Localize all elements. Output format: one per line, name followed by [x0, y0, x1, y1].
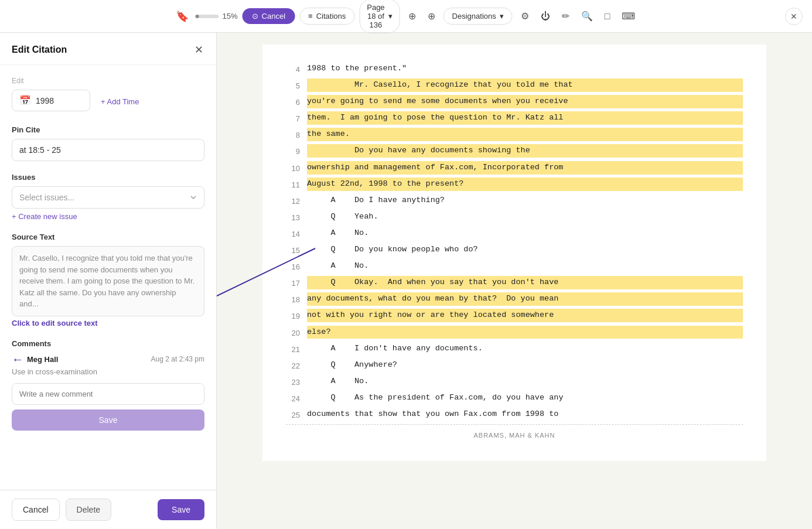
toolbar-center: 🔖 15% ⊙ Cancel ≡ Citations Page 18 of 13…	[173, 0, 639, 33]
line-content: August 22nd, 1998 to the present?	[307, 178, 743, 191]
doc-line: 5 Mr. Casello, I recognize that you told…	[286, 79, 743, 93]
citations-button[interactable]: ≡ Citations	[299, 8, 354, 25]
doc-line: 12 A Do I have anything?	[286, 194, 743, 208]
nav-right-button[interactable]: ⊕	[424, 8, 439, 24]
doc-line: 10ownership and management of Fax.com, I…	[286, 161, 743, 175]
pencil-button[interactable]: ✏	[558, 8, 573, 24]
comment-arrow-icon: ←	[12, 353, 23, 366]
line-content: 1988 to the present."	[307, 62, 743, 76]
add-time-button[interactable]: + Add Time	[101, 97, 139, 106]
line-number: 14	[286, 227, 307, 241]
panel-title: Edit Citation	[12, 45, 67, 55]
page-label: Page 18 of 136	[367, 3, 384, 29]
doc-line: 41988 to the present."	[286, 62, 743, 76]
line-number: 10	[286, 161, 307, 175]
comments-label: Comments	[12, 339, 204, 348]
search-button[interactable]: 🔍	[578, 8, 596, 24]
progress-fill	[196, 15, 199, 18]
line-content: A No.	[307, 227, 743, 240]
main-layout: Edit Citation ✕ Edit 📅 + Add Time	[0, 33, 812, 529]
line-content: Q As the president of Fax.com, do you ha…	[307, 391, 743, 405]
line-number: 7	[286, 111, 307, 125]
comment-input[interactable]	[12, 383, 204, 405]
footer-credit: ABRAMS, MAH & KAHN	[286, 427, 743, 443]
save-comment-button[interactable]: Save	[12, 409, 204, 431]
line-number: 18	[286, 292, 307, 306]
citations-icon: ≡	[308, 12, 313, 21]
close-button[interactable]: ✕	[785, 8, 803, 25]
doc-line: 19not with you right now or are they loc…	[286, 309, 743, 323]
edit-source-button[interactable]: Click to edit source text	[12, 319, 98, 327]
date-field: 📅	[12, 90, 90, 111]
line-number: 16	[286, 260, 307, 274]
date-input[interactable]	[36, 96, 83, 105]
issues-select[interactable]: Select issues...	[12, 186, 204, 209]
designations-button[interactable]: Designations ▾	[443, 8, 513, 25]
cancel-button[interactable]: ⊙ Cancel	[243, 8, 295, 24]
cancel-label: Cancel	[262, 12, 285, 21]
doc-line: 7them. I am going to pose the question t…	[286, 111, 743, 125]
line-content: A No.	[307, 375, 743, 388]
comment-user: ← Meg Hall	[12, 353, 58, 366]
bookmark-button[interactable]: 🔖	[173, 8, 191, 25]
panel-body: Edit 📅 + Add Time Pin Cite Issues	[0, 65, 216, 490]
line-content: them. I am going to pose the question to…	[307, 111, 743, 125]
pin-cite-section: Pin Cite	[12, 125, 204, 161]
line-number: 11	[286, 178, 307, 192]
line-content: the same.	[307, 128, 743, 141]
line-number: 20	[286, 326, 307, 340]
footer-cancel-button[interactable]: Cancel	[12, 499, 60, 521]
document-page: 41988 to the present."5 Mr. Casello, I r…	[262, 45, 766, 461]
source-text-label: Source Text	[12, 233, 204, 241]
comment-text: Use in cross-examination	[12, 367, 204, 376]
page-nav-button[interactable]: Page 18 of 136 ▾	[359, 0, 400, 33]
designations-label: Designations	[452, 12, 496, 21]
comment-time: Aug 2 at 2:43 pm	[151, 355, 204, 363]
line-number: 25	[286, 408, 307, 422]
source-text-section: Source Text Mr. Casello, I recognize tha…	[12, 233, 204, 327]
line-content: Q Do you know people who do?	[307, 243, 743, 257]
line-content: Do you have any documents showing the	[307, 144, 743, 158]
doc-line: 16 A No.	[286, 260, 743, 274]
doc-line: 24 Q As the president of Fax.com, do you…	[286, 391, 743, 405]
doc-line: 20else?	[286, 326, 743, 340]
progress-indicator: 15%	[196, 12, 238, 21]
nav-left-button[interactable]: ⊕	[405, 8, 419, 24]
line-content: you're going to send me some documents w…	[307, 95, 743, 108]
doc-line: 8the same.	[286, 128, 743, 142]
footer-delete-button[interactable]: Delete	[66, 499, 111, 521]
line-number: 24	[286, 391, 307, 405]
source-text-box: Mr. Casello, I recognize that you told m…	[12, 246, 204, 316]
line-number: 13	[286, 210, 307, 224]
doc-line: 14 A No.	[286, 227, 743, 241]
doc-line: 22 Q Anywhere?	[286, 359, 743, 373]
line-content: documents that show that you own Fax.com…	[307, 408, 743, 421]
line-content: else?	[307, 326, 743, 339]
keyboard-button[interactable]: ⌨	[618, 8, 639, 24]
doc-line: 13 Q Yeah.	[286, 210, 743, 224]
line-number: 6	[286, 95, 307, 109]
panel-footer: Cancel Delete Save	[0, 490, 216, 529]
doc-line: 11August 22nd, 1998 to the present?	[286, 178, 743, 192]
toolbar: 🔖 15% ⊙ Cancel ≡ Citations Page 18 of 13…	[0, 0, 812, 33]
line-number: 21	[286, 342, 307, 356]
line-content: ownership and management of Fax.com, Inc…	[307, 161, 743, 175]
gear-button[interactable]: ⚙	[517, 8, 533, 24]
pin-cite-input[interactable]	[12, 139, 204, 161]
citations-label: Citations	[316, 12, 346, 21]
line-number: 12	[286, 194, 307, 208]
line-content: A Do I have anything?	[307, 194, 743, 207]
power-button[interactable]: ⏻	[537, 9, 554, 24]
footer-save-button[interactable]: Save	[158, 499, 204, 520]
doc-line: 21 A I don't have any documents.	[286, 342, 743, 356]
pin-cite-label: Pin Cite	[12, 125, 204, 134]
chevron-down-icon: ▾	[388, 12, 393, 21]
progress-label: 15%	[223, 12, 238, 21]
close-panel-button[interactable]: ✕	[193, 42, 204, 57]
line-number: 15	[286, 243, 307, 257]
issues-section: Issues Select issues... + Create new iss…	[12, 173, 204, 221]
square-button[interactable]: □	[601, 9, 614, 24]
create-issue-button[interactable]: + Create new issue	[12, 212, 77, 221]
doc-line: 6you're going to send me some documents …	[286, 95, 743, 109]
calendar-icon: 📅	[19, 95, 31, 106]
